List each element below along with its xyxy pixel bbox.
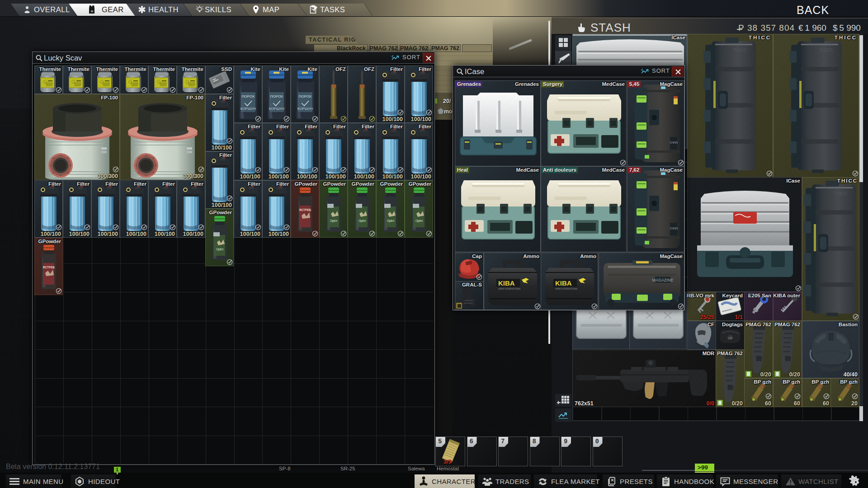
svg-text:Орёл: Орёл (359, 219, 366, 223)
svg-text:ARMS INTERNATIONAL: ARMS INTERNATIONAL (498, 288, 521, 290)
svg-text:ЯСТРЕБ: ЯСТРЕБ (43, 266, 55, 269)
svg-text:Орёл: Орёл (330, 219, 337, 223)
svg-text:ARMS INTERNATIONAL: ARMS INTERNATIONAL (555, 288, 578, 290)
svg-text:THICC: THICC (733, 48, 747, 53)
svg-text:MAG: MAG (670, 226, 678, 230)
svg-text:THICC: THICC (834, 191, 848, 196)
svg-text:Орёл: Орёл (415, 219, 423, 223)
svg-text:КОРШУН: КОРШУН (241, 107, 256, 111)
svg-text:ПОРОХ: ПОРОХ (242, 94, 255, 99)
svg-text:THICC: THICC (819, 48, 833, 53)
svg-text:КОРШУН: КОРШУН (297, 107, 313, 111)
svg-text:КОРШУН: КОРШУН (269, 107, 285, 111)
svg-text:ПОРОХ: ПОРОХ (270, 94, 283, 99)
svg-text:ПОРОХ: ПОРОХ (299, 94, 312, 99)
svg-text:MAG: MAG (670, 141, 678, 145)
svg-text:Орёл: Орёл (387, 219, 394, 223)
svg-text:MAGAZINE: MAGAZINE (652, 278, 673, 282)
svg-text:ЯСТРЕБ: ЯСТРЕБ (299, 208, 311, 211)
svg-text:KIBA: KIBA (555, 279, 572, 287)
svg-text:Орёл: Орёл (216, 248, 223, 251)
svg-text:LAB: LAB (728, 337, 732, 339)
svg-text:KIBA: KIBA (498, 279, 515, 287)
